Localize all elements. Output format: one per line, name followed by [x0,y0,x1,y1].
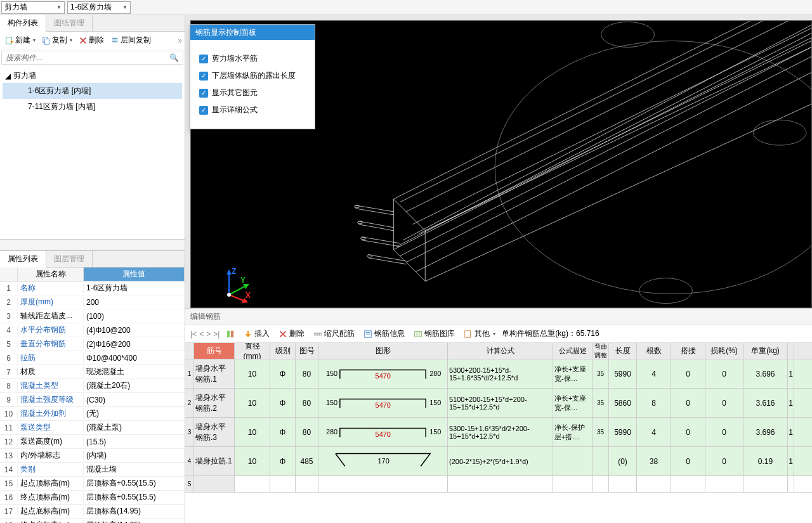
rebar-row[interactable]: 1墙身水平钢筋.110Φ8015054702805300+200-15+15*d… [185,359,812,389]
component-toolbar: 新建 复制 删除 层间复制 » [0,32,185,49]
svg-text:X: X [246,291,251,300]
rebar-table: 筋号 直径(mm) 级别 图号 图形 计算公式 公式描述 弯曲调整 长度 根数 … [185,343,812,523]
search-icon[interactable]: 🔍 [166,53,183,62]
property-row[interactable]: 10混凝土外加剂(无) [0,407,185,421]
property-row[interactable]: 1名称1-6区剪力墙 [0,281,185,295]
svg-rect-32 [415,331,422,337]
new-button[interactable]: 新建 [3,34,38,47]
search-input[interactable] [2,53,166,62]
toolbar-more[interactable]: » [178,36,182,45]
property-row[interactable]: 18终点底标高(m)层顶标高(14.95) [0,519,185,523]
checkbox-icon[interactable]: ✓ [199,72,208,81]
nav-last[interactable]: >| [213,330,219,339]
property-row[interactable]: 5垂直分布钢筋(2)Φ16@200 [0,337,185,351]
left-upper-tabs: 构件列表 图纸管理 [0,15,185,32]
svg-rect-24 [231,330,233,337]
delete-button[interactable]: 删除 [76,34,107,47]
property-row[interactable]: 9混凝土强度等级(C30) [0,393,185,407]
ctrl-item[interactable]: 显示其它图元 [212,87,258,98]
nav-next[interactable]: > [206,330,211,339]
nav-first[interactable]: |< [190,330,197,339]
property-row[interactable]: 7材质现浇混凝土 [0,365,185,379]
layer-copy-button[interactable]: 层间复制 [108,34,154,47]
svg-text:5470: 5470 [376,402,391,410]
copy-button[interactable]: 复制 [39,34,75,47]
property-row[interactable]: 11泵送类型(混凝土泵) [0,421,185,435]
property-row[interactable]: 17起点底标高(m)层顶标高(14.95) [0,505,185,519]
svg-point-5 [495,41,811,294]
checkbox-icon[interactable]: ✓ [199,55,208,63]
rebar-toolbar: |< < > >| 插入 删除 缩尺配筋 钢筋信息 钢筋图库 其他 单构件钢筋总… [185,325,812,343]
nav-prev[interactable]: < [199,330,204,339]
svg-text:170: 170 [378,458,390,465]
ctrl-panel-title: 钢筋显示控制面板 [190,25,315,40]
svg-point-6 [601,22,655,47]
total-weight-label: 单构件钢筋总重(kg)：65.716 [502,328,599,339]
other-button[interactable]: 其他 [461,328,498,339]
svg-rect-0 [6,37,12,44]
property-row[interactable]: 16终点顶标高(m)层顶标高+0.55(15.5) [0,491,185,505]
select-component-type[interactable]: 剪力墙▼ [1,1,65,14]
rebar-editor-title: 编辑钢筋 [185,309,812,325]
property-row[interactable]: 8混凝土类型(混凝土20石) [0,379,185,393]
rebar-info-button[interactable]: 钢筋信息 [361,328,407,339]
tab-drawing-manage[interactable]: 图纸管理 [46,15,93,31]
nav-buttons: |< < > >| [190,330,219,339]
property-row[interactable]: 12泵送高度(m)(15.5) [0,435,185,449]
insert-button[interactable]: 插入 [241,328,272,339]
svg-point-22 [227,293,231,297]
property-row[interactable]: 2厚度(mm)200 [0,295,185,309]
property-row[interactable]: 3轴线距左墙皮...(100) [0,309,185,323]
checkbox-icon[interactable]: ✓ [199,106,208,115]
rebar-row[interactable]: 4墙身拉筋.110Φ485170(200-2*15)+2*(5*d+1.9*d)… [185,447,812,476]
rebar-table-header: 筋号 直径(mm) 级别 图号 图形 计算公式 公式描述 弯曲调整 长度 根数 … [185,343,812,359]
rebar-row[interactable]: 3墙身水平钢筋.310Φ8028054701505300-15+1.6*35*d… [185,418,812,447]
checkbox-icon[interactable]: ✓ [199,89,208,98]
svg-rect-2 [44,39,49,44]
tree-root[interactable]: ◢剪力墙 [3,68,182,83]
svg-text:280: 280 [429,370,441,378]
select-component-instance[interactable]: 1-6区剪力墙▼ [67,1,131,14]
svg-text:150: 150 [326,399,337,407]
tree-item[interactable]: 7-11区剪力墙 [内墙] [3,99,182,115]
tree-item-selected[interactable]: 1-6区剪力墙 [内墙] [3,83,182,99]
rebar-editor: 编辑钢筋 |< < > >| 插入 删除 缩尺配筋 钢筋信息 钢筋图库 其他 单… [185,308,812,523]
search-box[interactable]: 🔍 [1,51,183,65]
svg-text:280: 280 [326,429,337,436]
property-row[interactable]: 4水平分布钢筋(4)Φ10@200 [0,323,185,337]
svg-text:5470: 5470 [376,373,391,380]
svg-text:5470: 5470 [376,431,391,439]
swap-button[interactable] [223,330,237,339]
svg-text:Z: Z [232,267,236,276]
rebar-row-blank[interactable]: 5 [185,476,812,493]
rebar-display-control-panel[interactable]: 钢筋显示控制面板 ✓剪力墙水平筋 ✓下层墙体纵筋的露出长度 ✓显示其它图元 ✓显… [190,24,315,129]
svg-text:Y: Y [240,276,246,285]
property-row[interactable]: 15起点顶标高(m)层顶标高+0.55(15.5) [0,477,185,491]
svg-text:150: 150 [429,399,441,407]
ctrl-item[interactable]: 剪力墙水平筋 [212,53,258,64]
property-row[interactable]: 13内/外墙标志(内墙) [0,449,185,463]
svg-rect-23 [227,330,230,337]
axis-gizmo: Z Y X [216,266,254,304]
svg-point-8 [639,278,693,304]
svg-line-16 [229,285,247,295]
delete-rebar-button[interactable]: 删除 [276,328,307,339]
property-body: 1名称1-6区剪力墙2厚度(mm)2003轴线距左墙皮...(100)4水平分布… [0,281,185,523]
scale-button[interactable]: 缩尺配筋 [311,328,357,339]
property-panel: 属性列表 图层管理 属性名称 属性值 1名称1-6区剪力墙2厚度(mm)2003… [0,250,185,523]
svg-text:150: 150 [429,429,441,436]
component-tree: ◢剪力墙 1-6区剪力墙 [内墙] 7-11区剪力墙 [内墙] [0,66,185,239]
svg-line-19 [229,295,245,301]
tab-component-list[interactable]: 构件列表 [0,15,46,32]
property-row[interactable]: 14类别混凝土墙 [0,463,185,477]
rebar-library-button[interactable]: 钢筋图库 [411,328,457,339]
svg-rect-35 [465,330,471,337]
tab-properties[interactable]: 属性列表 [0,251,46,268]
tab-layers[interactable]: 图层管理 [46,251,93,267]
ctrl-item[interactable]: 显示详细公式 [212,105,258,115]
property-row[interactable]: 6拉筋Φ10@400*400 [0,351,185,365]
rebar-row[interactable]: 2墙身水平钢筋.210Φ8015054701505100+200-15+15*d… [185,389,812,418]
svg-point-7 [753,120,806,145]
svg-rect-3 [112,37,118,39]
ctrl-item[interactable]: 下层墙体纵筋的露出长度 [212,70,296,81]
